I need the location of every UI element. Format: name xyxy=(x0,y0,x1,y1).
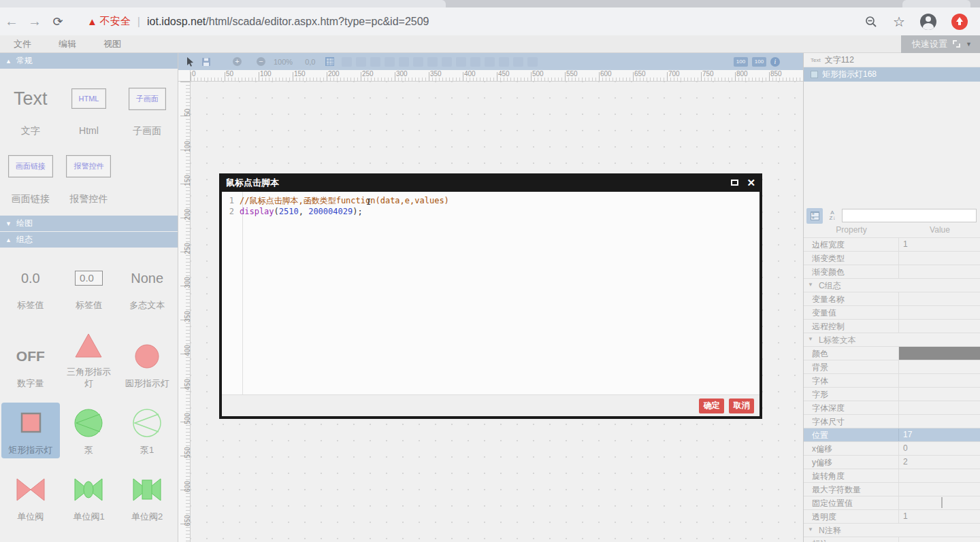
profile-avatar[interactable] xyxy=(920,14,936,30)
color-swatch[interactable] xyxy=(899,347,980,360)
palette-item-html[interactable]: HTMLHtml xyxy=(60,76,118,140)
property-value[interactable] xyxy=(899,265,980,278)
code-editor[interactable]: 1//鼠标点击脚本,函数类型function(data,e,values)2di… xyxy=(222,192,760,394)
property-row[interactable]: 渐变类型 xyxy=(804,251,980,265)
property-value[interactable]: 1 xyxy=(899,510,980,523)
save-icon[interactable] xyxy=(200,56,212,68)
property-row[interactable]: 变量名称 xyxy=(804,292,980,305)
palette-item-tag-value[interactable]: 0.0标签值 xyxy=(1,258,60,314)
palette-item-rect-indicator[interactable]: 矩形指示灯 xyxy=(1,403,60,458)
property-value[interactable]: 0 xyxy=(899,442,980,455)
property-row[interactable]: 字体尺寸 xyxy=(804,414,980,428)
palette-section-general[interactable]: ▲ 常规 xyxy=(0,53,178,69)
property-row[interactable]: 位置17 xyxy=(804,428,980,441)
select-cursor-icon[interactable] xyxy=(184,56,196,68)
palette-item-pump1[interactable]: 泵1 xyxy=(118,403,176,458)
property-row[interactable]: 远程控制 xyxy=(804,319,980,333)
palette-item-tag-value-box[interactable]: 0.0标签值 xyxy=(60,258,118,314)
property-row[interactable]: 最大字符数量 xyxy=(804,482,980,496)
palette-item-unit-valve1[interactable]: 单位阀1 xyxy=(60,469,118,525)
property-value[interactable] xyxy=(899,415,980,428)
palette-item-unit-valve2[interactable]: 单位阀2 xyxy=(118,469,176,525)
palette-item-alarm-control[interactable]: 报警控件报警控件 xyxy=(60,144,118,208)
zoom-in-icon[interactable]: + xyxy=(233,57,242,66)
property-value[interactable]: 1 xyxy=(899,238,980,251)
property-value[interactable]: 17 xyxy=(899,428,980,441)
property-row[interactable]: 标注 xyxy=(804,537,980,542)
page-zoom-icon[interactable] xyxy=(864,15,878,29)
property-value[interactable] xyxy=(899,401,980,414)
cancel-button[interactable]: 取消 xyxy=(729,399,754,413)
dialog-title-bar[interactable]: 鼠标点击脚本 ✕ xyxy=(219,173,762,192)
property-row[interactable]: 渐变颜色 xyxy=(804,265,980,278)
property-filter-input[interactable] xyxy=(842,209,977,222)
palette-section-scada[interactable]: ▲ 组态 xyxy=(0,232,178,248)
browser-update-icon[interactable] xyxy=(951,14,968,30)
close-icon[interactable]: ✕ xyxy=(747,177,755,188)
palette-item-subscreen[interactable]: 子画面子画面 xyxy=(118,76,176,140)
palette-item-circle-indicator[interactable]: 圆形指示灯 xyxy=(118,324,176,392)
maximize-icon[interactable] xyxy=(731,180,738,186)
object-item-rect-indicator-168[interactable]: 矩形指示灯168 xyxy=(804,67,980,82)
property-group-row[interactable]: L标签文本 xyxy=(804,333,980,346)
bookmark-star-icon[interactable]: ☆ xyxy=(893,14,905,30)
reload-icon[interactable]: ⟳ xyxy=(46,14,69,29)
palette-item-pump[interactable]: 泵 xyxy=(60,403,118,458)
palette-item-breaker[interactable]: 断路器 xyxy=(60,536,118,542)
palette-item-text[interactable]: Text文字 xyxy=(1,76,60,140)
property-value[interactable] xyxy=(899,388,980,401)
property-row[interactable]: 颜色 xyxy=(804,346,980,360)
palette-item-screen-link[interactable]: 画面链接画面链接 xyxy=(1,144,60,208)
chevron-down-icon[interactable]: ▼ xyxy=(966,41,972,48)
property-value[interactable] xyxy=(899,360,980,373)
property-value[interactable]: 2 xyxy=(899,456,980,469)
property-row[interactable]: 边框宽度1 xyxy=(804,237,980,251)
property-row[interactable]: x偏移0 xyxy=(804,441,980,455)
browser-tab-secondary[interactable] xyxy=(902,0,970,7)
property-value[interactable] xyxy=(899,292,980,305)
scale-badge-icon[interactable]: 100 xyxy=(734,57,748,67)
palette-item-two-pos-valve[interactable]: 两位阀 xyxy=(1,536,60,542)
back-icon[interactable]: ← xyxy=(0,14,23,29)
menu-item-view[interactable]: 视图 xyxy=(90,39,135,49)
palette-item-unit-valve[interactable]: 单位阀 xyxy=(1,469,60,525)
property-row[interactable]: y偏移2 xyxy=(804,455,980,469)
property-group-row[interactable]: N注释 xyxy=(804,523,980,537)
property-row[interactable]: 固定位置值 xyxy=(804,496,980,509)
property-row[interactable]: 字形 xyxy=(804,387,980,401)
property-row[interactable]: 字体深度 xyxy=(804,401,980,414)
alphabetical-sort-button[interactable]: AZ↓ xyxy=(824,208,840,224)
fit-screen-icon[interactable] xyxy=(953,40,960,48)
forward-icon[interactable]: → xyxy=(23,14,46,29)
property-value[interactable] xyxy=(899,537,980,542)
categorized-view-button[interactable] xyxy=(806,208,823,224)
property-value[interactable] xyxy=(899,320,980,333)
property-value[interactable] xyxy=(899,306,980,319)
url-host[interactable]: iot.idosp.net xyxy=(147,16,206,28)
zoom-out-icon[interactable]: − xyxy=(257,57,265,66)
property-row[interactable]: 变量值 xyxy=(804,305,980,319)
palette-item-triangle-indicator[interactable]: 三角形指示灯 xyxy=(60,324,118,392)
object-item-text-112[interactable]: Text文字112 xyxy=(804,53,980,67)
palette-item-multistate-text[interactable]: None多态文本 xyxy=(118,258,176,314)
property-row[interactable]: 背景 xyxy=(804,360,980,373)
property-group-row[interactable]: C组态 xyxy=(804,278,980,292)
property-row[interactable]: 透明度1 xyxy=(804,509,980,523)
browser-tab[interactable] xyxy=(0,0,446,7)
property-value[interactable] xyxy=(899,347,980,360)
ok-button[interactable]: 确定 xyxy=(699,399,724,413)
url-path[interactable]: /html/scada/editor.aspx.htm?type=pc&id=2… xyxy=(206,16,429,28)
menu-item-file[interactable]: 文件 xyxy=(0,39,45,49)
palette-item-digital[interactable]: OFF数字量 xyxy=(1,324,60,392)
quick-settings[interactable]: 快速设置 ▼ xyxy=(901,35,980,53)
property-value[interactable] xyxy=(899,483,980,496)
property-row[interactable]: 旋转角度 xyxy=(804,469,980,482)
palette-item-handle[interactable]: 车手 xyxy=(118,536,176,542)
checkbox[interactable] xyxy=(941,497,943,508)
security-warning-label[interactable]: 不安全 xyxy=(100,15,131,28)
palette-section-drawing[interactable]: ▼ 绘图 xyxy=(0,216,178,231)
security-warning-icon[interactable]: ▲ xyxy=(87,16,97,27)
info-icon[interactable]: i xyxy=(770,57,780,67)
menu-item-edit[interactable]: 编辑 xyxy=(45,39,90,49)
property-row[interactable]: 字体 xyxy=(804,373,980,387)
